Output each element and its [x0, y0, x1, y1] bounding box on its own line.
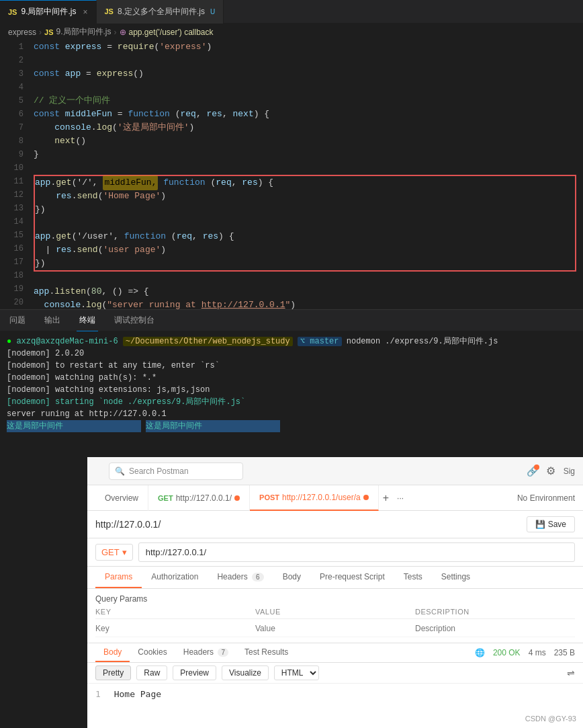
- pm-search[interactable]: 🔍 Search Postman: [109, 462, 243, 480]
- terminal-tab-debug[interactable]: 调试控制台: [111, 310, 157, 331]
- tab-bar: JS 9.局部中间件.js × JS 8.定义多个全局中间件.js U: [0, 0, 583, 24]
- pm-method-value: GET: [101, 547, 120, 557]
- pm-resp-tab-test-results[interactable]: Test Results: [236, 643, 296, 662]
- pm-html-format-select[interactable]: HTML JSON Text: [274, 665, 319, 680]
- pm-req-tab-settings[interactable]: Settings: [432, 567, 480, 588]
- code-lines: const express = require('express') const…: [30, 40, 583, 309]
- terminal-path: ~/Documents/Other/web_nodejs_study: [123, 337, 293, 346]
- pm-url-bar: GET ▾: [87, 538, 583, 567]
- tab-1[interactable]: JS 9.局部中间件.js ×: [0, 0, 97, 24]
- js-icon-2: JS: [105, 7, 114, 15]
- pm-req-tab-headers[interactable]: Headers 6: [208, 567, 273, 588]
- pm-resp-tab-body[interactable]: Body: [95, 643, 130, 662]
- pm-col-desc: DESCRIPTION: [415, 608, 575, 616]
- pm-params-header: KEY VALUE DESCRIPTION: [95, 608, 575, 619]
- postman-main: 🔍 Search Postman 🔗 ⚙ Sig Overview GET ht…: [87, 457, 583, 728]
- pm-response-tabs: Body Cookies Headers 7 Test Results 🌐 20…: [87, 643, 583, 663]
- pm-save-button[interactable]: 💾 Save: [527, 516, 575, 532]
- code-line-12: res.send('Home Page'): [35, 190, 575, 203]
- tab-2[interactable]: JS 8.定义多个全局中间件.js U: [97, 0, 224, 24]
- pm-fmt-raw[interactable]: Raw: [136, 665, 167, 680]
- pm-request-tabs: Params Authorization Headers 6 Body Pre-…: [87, 567, 583, 589]
- code-line-1: const express = require('express'): [34, 40, 583, 54]
- terminal-server-running: server runing at http://127.0.0.1: [7, 408, 576, 420]
- breadcrumb-icon: ⊕: [120, 28, 126, 37]
- tab-2-modified: U: [210, 8, 215, 15]
- tab-1-close[interactable]: ×: [83, 7, 87, 17]
- pm-tab-add-icon[interactable]: +: [379, 492, 393, 504]
- pm-param-key-input[interactable]: [95, 624, 247, 633]
- terminal-tab-issues[interactable]: 问题: [7, 310, 28, 331]
- pm-network-icon[interactable]: 🔗: [527, 466, 538, 477]
- pm-param-desc-input[interactable]: [415, 624, 567, 633]
- code-line-19: app.listen(80, () => {: [34, 285, 583, 298]
- code-line-15: app.get('/user', function (req, res) {: [35, 230, 575, 243]
- pm-tab-post-url: http://127.0.0.1/user/a: [282, 493, 361, 502]
- pm-fmt-preview[interactable]: Preview: [173, 665, 216, 680]
- pm-req-tab-tests[interactable]: Tests: [394, 567, 432, 588]
- code-line-10: [34, 161, 583, 175]
- terminal-watching-paths: [nodemon] watching path(s): *.*: [7, 372, 576, 384]
- pm-post-method: POST: [259, 493, 279, 501]
- breadcrumb: express › JS 9.局部中间件.js › ⊕ app.get('/us…: [0, 24, 583, 40]
- highlighted-box: app.get('/', middleFun, function (req, r…: [34, 175, 576, 272]
- terminal-tab-terminal[interactable]: 终端: [77, 310, 98, 331]
- pm-resp-body-text: Home Page: [114, 689, 161, 699]
- pm-fmt-visualize[interactable]: Visualize: [222, 665, 269, 680]
- pm-header-right: 🔗 ⚙ Sig: [527, 464, 575, 477]
- pm-response-area: Body Cookies Headers 7 Test Results 🌐 20…: [87, 643, 583, 728]
- terminal-user: axzq@axzqdeMac-mini-6: [16, 337, 118, 346]
- pm-method-select[interactable]: GET ▾: [95, 544, 133, 561]
- search-icon: 🔍: [115, 467, 125, 476]
- pm-params-table: KEY VALUE DESCRIPTION: [95, 608, 575, 637]
- code-line-8: next(): [34, 134, 583, 148]
- code-area: 1 2 3 4 5 6 7 8 9 10 11 12 13 14 15 16 1…: [0, 40, 583, 309]
- code-line-14: [35, 216, 575, 230]
- terminal-branch: ⌥ master: [298, 337, 342, 346]
- code-line-18: [34, 272, 583, 285]
- pm-req-tab-body[interactable]: Body: [273, 567, 310, 588]
- pm-response-toolbar: Pretty Raw Preview Visualize HTML JSON T…: [87, 663, 583, 684]
- csdn-watermark: CSDN @GY-93: [525, 715, 576, 723]
- pm-request-title: http://127.0.0.1/: [95, 519, 161, 530]
- pm-toolbar: Overview GET http://127.0.0.1/ POST http…: [87, 485, 583, 511]
- terminal-cmd: nodemon ./express/9.局部中间件.js: [347, 337, 498, 346]
- code-line-11: app.get('/', middleFun, function (req, r…: [35, 176, 575, 190]
- pm-settings-icon[interactable]: ⚙: [546, 464, 555, 477]
- pm-tab-post[interactable]: POST http://127.0.0.1/user/a: [250, 485, 379, 511]
- pm-query-params-title: Query Params: [95, 594, 575, 604]
- pm-tab-more-icon[interactable]: ···: [393, 493, 408, 503]
- terminal-middleware-2: 这是局部中间件: [146, 420, 280, 432]
- pm-tab-get[interactable]: GET http://127.0.0.1/: [148, 485, 250, 511]
- pm-req-tab-prescript[interactable]: Pre-request Script: [310, 567, 394, 588]
- pm-tab-dot-get: [234, 495, 240, 501]
- save-icon: 💾: [535, 520, 545, 529]
- pm-req-tab-params[interactable]: Params: [95, 567, 142, 588]
- pm-req-tab-auth[interactable]: Authorization: [142, 567, 208, 588]
- terminal-starting: [nodemon] starting `node ./express/9.局部中…: [7, 396, 576, 408]
- pm-response-status: 🌐 200 OK 4 ms 235 B: [475, 648, 575, 657]
- pm-save-label: Save: [548, 520, 566, 529]
- code-line-16: | res.send('user page'): [35, 243, 575, 257]
- pm-wrap-icon[interactable]: ⇌: [567, 668, 575, 678]
- pm-response-body: 1 Home Page: [87, 684, 583, 728]
- pm-resp-tab-cookies[interactable]: Cookies: [130, 643, 175, 662]
- pm-url-input[interactable]: [138, 542, 575, 562]
- pm-signin[interactable]: Sig: [564, 467, 575, 476]
- pm-fmt-pretty[interactable]: Pretty: [95, 665, 131, 680]
- pm-tab-overview-label: Overview: [105, 493, 138, 503]
- pm-resp-size: 235 B: [554, 648, 575, 657]
- pm-params-row-1: [95, 619, 575, 637]
- code-line-13: }): [35, 203, 575, 216]
- pm-no-environment[interactable]: No Environment: [517, 493, 575, 503]
- pm-tab-overview[interactable]: Overview: [95, 485, 148, 511]
- code-line-6: const middleFun = function (req, res, ne…: [34, 108, 583, 121]
- pm-param-value-input[interactable]: [255, 624, 407, 633]
- pm-get-method: GET: [158, 494, 173, 502]
- pm-status-ok: 200 OK: [493, 648, 521, 657]
- breadcrumb-fn: app.get('/user') callback: [129, 28, 214, 37]
- js-icon-1: JS: [8, 8, 17, 16]
- terminal-tab-output[interactable]: 输出: [42, 310, 63, 331]
- code-line-20: console.log("server runing at http://127…: [34, 298, 583, 309]
- pm-resp-tab-headers[interactable]: Headers 7: [175, 643, 236, 662]
